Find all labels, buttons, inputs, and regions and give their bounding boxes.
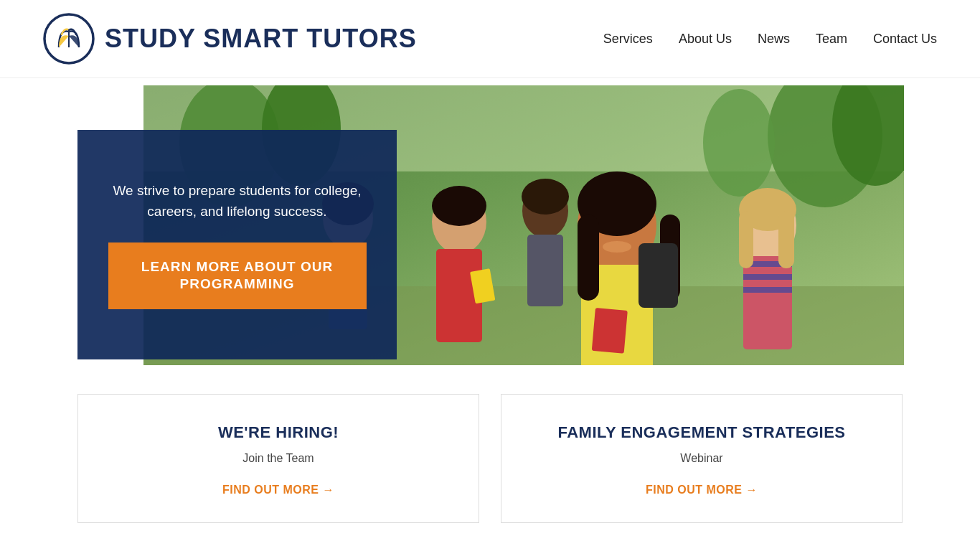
cards-section: WE'RE HIRING! Join the Team FIND OUT MOR…	[0, 365, 980, 551]
svg-point-27	[522, 179, 569, 215]
svg-rect-22	[639, 243, 678, 308]
svg-point-15	[432, 186, 486, 226]
nav-contact[interactable]: Contact Us	[873, 32, 937, 47]
nav-team[interactable]: Team	[816, 32, 847, 47]
svg-rect-29	[743, 256, 792, 349]
main-nav: Services About Us News Team Contact Us	[603, 32, 937, 47]
logo-icon	[43, 13, 95, 65]
webinar-card-link[interactable]: FIND OUT MORE →	[646, 484, 758, 496]
site-title: STUDY SMART TUTORS	[105, 24, 417, 54]
hiring-card-link[interactable]: FIND OUT MORE →	[222, 484, 334, 496]
svg-rect-26	[527, 235, 563, 306]
svg-point-24	[603, 241, 631, 253]
svg-rect-31	[743, 274, 792, 280]
svg-rect-32	[743, 287, 792, 293]
svg-rect-20	[578, 215, 599, 301]
hiring-card-title: WE'RE HIRING!	[218, 423, 339, 442]
svg-rect-23	[592, 308, 628, 354]
hero-tagline: We strive to prepare students for colleg…	[106, 180, 368, 222]
hero-overlay-box: We strive to prepare students for colleg…	[77, 130, 397, 359]
webinar-card-title: FAMILY ENGAGEMENT STRATEGIES	[557, 423, 845, 442]
webinar-card: FAMILY ENGAGEMENT STRATEGIES Webinar FIN…	[501, 394, 903, 523]
nav-services[interactable]: Services	[603, 32, 653, 47]
learn-more-button[interactable]: LEARN MORE ABOUT OUR PROGRAMMING	[108, 242, 367, 309]
hero-section: We strive to prepare students for colleg…	[0, 85, 980, 365]
nav-about[interactable]: About Us	[679, 32, 732, 47]
hiring-card-subtitle: Join the Team	[242, 452, 314, 465]
svg-rect-35	[778, 211, 794, 268]
nav-news[interactable]: News	[758, 32, 790, 47]
svg-point-8	[703, 89, 775, 197]
webinar-card-subtitle: Webinar	[680, 452, 722, 465]
logo-area: STUDY SMART TUTORS	[43, 13, 417, 65]
hiring-card: WE'RE HIRING! Join the Team FIND OUT MOR…	[77, 394, 479, 523]
header: STUDY SMART TUTORS Services About Us New…	[0, 0, 980, 78]
svg-rect-34	[739, 211, 753, 268]
